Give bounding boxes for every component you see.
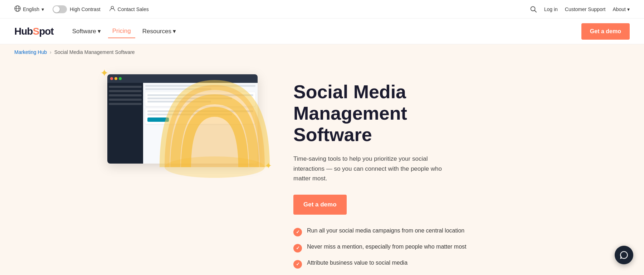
about-dropdown[interactable]: About ▾ — [613, 6, 630, 12]
language-label: English — [23, 6, 39, 12]
chevron-down-icon: ▾ — [42, 6, 44, 12]
nav-item-pricing[interactable]: Pricing — [108, 25, 135, 38]
feature-label-3: Attribute business value to social media — [307, 260, 408, 266]
main-nav: HubSpot Software ▾ Pricing Resources ▾ G… — [0, 19, 644, 44]
resources-label: Resources — [142, 28, 171, 35]
svg-line-5 — [535, 10, 536, 12]
breadcrumb: Marketing Hub › Social Media Management … — [0, 44, 644, 60]
nav-left: HubSpot Software ▾ Pricing Resources ▾ — [14, 25, 180, 38]
check-icon-1 — [293, 228, 302, 236]
top-bar-right: Log in Customer Support About ▾ — [530, 6, 630, 13]
toggle-knob — [53, 6, 60, 12]
high-contrast-toggle[interactable]: High Contrast — [53, 5, 101, 13]
pricing-label: Pricing — [112, 28, 131, 35]
chevron-down-icon: ▾ — [98, 28, 101, 35]
hero-subtitle: Time-saving tools to help you prioritize… — [293, 154, 458, 183]
language-selector[interactable]: English ▾ — [14, 5, 44, 13]
nav-items: Software ▾ Pricing Resources ▾ — [68, 25, 180, 38]
chat-icon — [619, 250, 629, 260]
sidebar-mock-5 — [109, 103, 142, 105]
chat-button[interactable] — [615, 246, 633, 264]
breadcrumb-parent[interactable]: Marketing Hub — [14, 49, 47, 55]
hero-cta-button[interactable]: Get a demo — [293, 195, 347, 215]
contact-sales-link[interactable]: Contact Sales — [109, 5, 149, 13]
toggle-switch[interactable] — [53, 5, 67, 13]
software-label: Software — [72, 28, 96, 35]
top-bar: English ▾ High Contrast Contact Sales — [0, 0, 644, 19]
login-link[interactable]: Log in — [544, 6, 558, 12]
feature-list: Run all your social media campaigns from… — [293, 228, 630, 269]
feature-item-3: Attribute business value to social media — [293, 260, 630, 269]
hero-section: ✦ — [0, 60, 644, 275]
dot-red — [110, 77, 113, 80]
nav-item-resources[interactable]: Resources ▾ — [138, 25, 180, 38]
chevron-down-icon: ▾ — [173, 28, 176, 35]
contact-sales-label: Contact Sales — [118, 6, 149, 12]
hero-image-column: ✦ — [107, 74, 265, 164]
about-label: About — [613, 6, 626, 12]
person-icon — [109, 5, 116, 13]
feature-label-2: Never miss a mention, especially from pe… — [307, 244, 467, 250]
logo-dot: S — [33, 26, 39, 37]
top-bar-left: English ▾ High Contrast Contact Sales — [14, 5, 149, 13]
chevron-down-icon: ▾ — [627, 6, 630, 12]
breadcrumb-separator: › — [50, 49, 52, 55]
breadcrumb-current: Social Media Management Software — [54, 49, 135, 55]
feature-label-1: Run all your social media campaigns from… — [307, 228, 464, 234]
dot-yellow — [114, 77, 117, 80]
hubspot-logo[interactable]: HubSpot — [14, 26, 54, 37]
screenshot-sidebar — [107, 83, 143, 164]
globe-icon — [14, 5, 21, 13]
sidebar-mock-1 — [109, 86, 142, 88]
customer-support-link[interactable]: Customer Support — [565, 6, 606, 12]
sidebar-mock-3 — [109, 94, 142, 96]
sidebar-mock-2 — [109, 90, 142, 92]
check-icon-3 — [293, 260, 302, 269]
high-contrast-label: High Contrast — [70, 6, 101, 12]
get-demo-button-nav[interactable]: Get a demo — [581, 23, 630, 40]
sidebar-mock-4 — [109, 99, 142, 101]
feature-item-2: Never miss a mention, especially from pe… — [293, 244, 630, 252]
arch-svg — [157, 64, 272, 171]
search-button[interactable] — [530, 6, 537, 13]
nav-item-software[interactable]: Software ▾ — [68, 25, 105, 38]
feature-item-1: Run all your social media campaigns from… — [293, 228, 630, 236]
hero-title: Social Media Management Software — [293, 81, 465, 145]
check-icon-2 — [293, 244, 302, 252]
dot-green — [119, 77, 122, 80]
arch-decoration — [157, 64, 272, 171]
hero-content: Social Media Management Software Time-sa… — [293, 74, 630, 269]
